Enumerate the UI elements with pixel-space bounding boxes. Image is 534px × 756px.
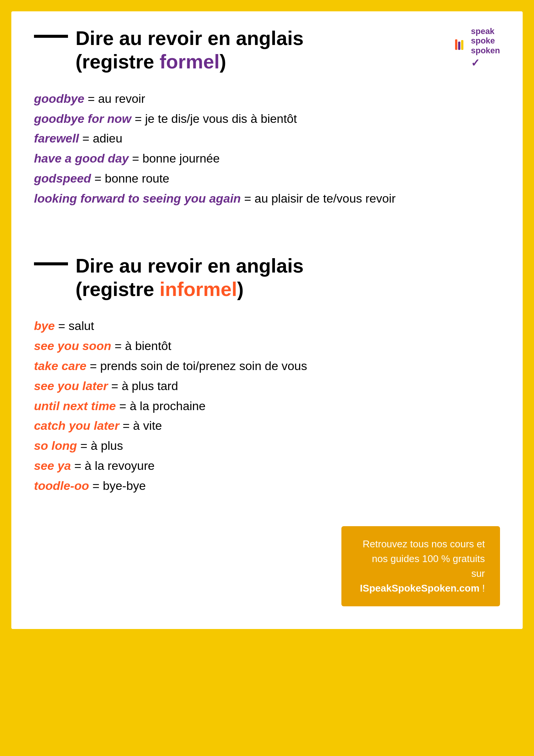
list-item: so long = à plus bbox=[34, 436, 500, 456]
logo-spoke: spoke bbox=[471, 36, 495, 45]
informal-english-4: see you later bbox=[34, 379, 108, 393]
list-item: goodbye for now = je te dis/je vous dis … bbox=[34, 109, 500, 129]
footer-exclamation: ! bbox=[480, 582, 485, 594]
formal-french-4: bonne journée bbox=[142, 152, 220, 165]
formal-english-6: looking forward to seeing you again bbox=[34, 192, 241, 205]
list-item: catch you later = à vite bbox=[34, 416, 500, 436]
formal-title-part3: ) bbox=[219, 51, 226, 73]
informal-vocab-list: bye = salut see you soon = à bientôt tak… bbox=[34, 316, 500, 496]
informal-title-part2: (registre bbox=[76, 278, 160, 300]
informal-section-divider: Dire au revoir en anglais (registre info… bbox=[34, 254, 500, 496]
informal-english-8: see ya bbox=[34, 459, 71, 472]
formal-english-3: farewell bbox=[34, 132, 79, 145]
formal-header-line bbox=[34, 35, 68, 38]
informal-english-2: see you soon bbox=[34, 339, 111, 353]
list-item: see ya = à la revoyure bbox=[34, 456, 500, 476]
informal-french-1: salut bbox=[69, 319, 94, 333]
logo-icon bbox=[454, 39, 467, 57]
informal-french-6: à vite bbox=[133, 419, 162, 432]
list-item: toodle-oo = bye-bye bbox=[34, 476, 500, 496]
informal-french-2: à bientôt bbox=[125, 339, 171, 353]
formal-french-6: au plaisir de te/vous revoir bbox=[255, 192, 396, 205]
formal-title-part2: (registre bbox=[76, 51, 160, 73]
list-item: goodbye = au revoir bbox=[34, 89, 500, 109]
list-item: have a good day = bonne journée bbox=[34, 149, 500, 169]
formal-title-accent: formel bbox=[160, 51, 220, 73]
list-item: looking forward to seeing you again = au… bbox=[34, 189, 500, 209]
list-item: godspeed = bonne route bbox=[34, 169, 500, 189]
formal-french-2: je te dis/je vous dis à bientôt bbox=[145, 112, 297, 125]
informal-title: Dire au revoir en anglais (registre info… bbox=[76, 254, 304, 301]
formal-english-4: have a good day bbox=[34, 152, 129, 165]
footer-line2: nos guides 100 % gratuits sur bbox=[372, 553, 485, 579]
list-item: bye = salut bbox=[34, 316, 500, 336]
informal-french-7: à plus bbox=[91, 439, 123, 452]
formal-title-part1: Dire au revoir en anglais bbox=[76, 27, 304, 49]
svg-rect-0 bbox=[455, 39, 457, 50]
list-item: see you soon = à bientôt bbox=[34, 336, 500, 356]
informal-english-6: catch you later bbox=[34, 419, 119, 432]
footer-area: Retrouvez tous nos cours et nos guides 1… bbox=[34, 526, 500, 606]
formal-french-3: adieu bbox=[93, 132, 122, 145]
logo-text-block: speak spoke spoken ✓ bbox=[471, 26, 500, 69]
logo-speak: speak bbox=[471, 26, 494, 36]
list-item: see you later = à plus tard bbox=[34, 376, 500, 396]
list-item: farewell = adieu bbox=[34, 129, 500, 149]
formal-english-2: goodbye for now bbox=[34, 112, 131, 125]
informal-french-5: à la prochaine bbox=[130, 399, 205, 413]
footer-link: ISpeakSpokeSpoken.com bbox=[360, 582, 479, 594]
logo-area: speak spoke spoken ✓ bbox=[454, 26, 500, 69]
informal-english-7: so long bbox=[34, 439, 77, 452]
informal-english-1: bye bbox=[34, 319, 55, 333]
formal-section-card: speak spoke spoken ✓ Dire au revoir en a… bbox=[11, 11, 523, 629]
formal-vocab-list: goodbye = au revoir goodbye for now = je… bbox=[34, 89, 500, 209]
page: speak spoke spoken ✓ Dire au revoir en a… bbox=[0, 11, 534, 756]
informal-french-8: à la revoyure bbox=[85, 459, 154, 472]
formal-title: Dire au revoir en anglais (registre form… bbox=[76, 26, 304, 74]
logo-spoken: spoken bbox=[471, 46, 500, 55]
footer-text: Retrouvez tous nos cours et nos guides 1… bbox=[357, 537, 485, 596]
footer-box: Retrouvez tous nos cours et nos guides 1… bbox=[341, 526, 500, 606]
informal-header: Dire au revoir en anglais (registre info… bbox=[34, 254, 500, 301]
informal-title-accent: informel bbox=[160, 278, 237, 300]
logo-checkmark: ✓ bbox=[471, 57, 500, 69]
informal-french-3: prends soin de toi/prenez soin de vous bbox=[100, 359, 307, 373]
informal-french-9: bye-bye bbox=[103, 479, 146, 493]
formal-french-1: au revoir bbox=[98, 92, 145, 105]
formal-english-1: goodbye bbox=[34, 92, 84, 105]
informal-english-9: toodle-oo bbox=[34, 479, 89, 493]
footer-line1: Retrouvez tous nos cours et bbox=[363, 538, 485, 550]
informal-english-5: until next time bbox=[34, 399, 116, 413]
informal-title-part1: Dire au revoir en anglais bbox=[76, 255, 304, 277]
bottom-space bbox=[0, 629, 534, 648]
formal-english-5: godspeed bbox=[34, 172, 91, 185]
informal-header-line bbox=[34, 262, 68, 265]
svg-rect-1 bbox=[458, 42, 460, 50]
informal-title-part3: ) bbox=[237, 278, 244, 300]
formal-french-5: bonne route bbox=[105, 172, 170, 185]
informal-english-3: take care bbox=[34, 359, 86, 373]
informal-french-4: à plus tard bbox=[122, 379, 178, 393]
list-item: take care = prends soin de toi/prenez so… bbox=[34, 356, 500, 376]
list-item: until next time = à la prochaine bbox=[34, 396, 500, 416]
formal-header: Dire au revoir en anglais (registre form… bbox=[34, 26, 500, 74]
svg-rect-2 bbox=[461, 40, 463, 50]
